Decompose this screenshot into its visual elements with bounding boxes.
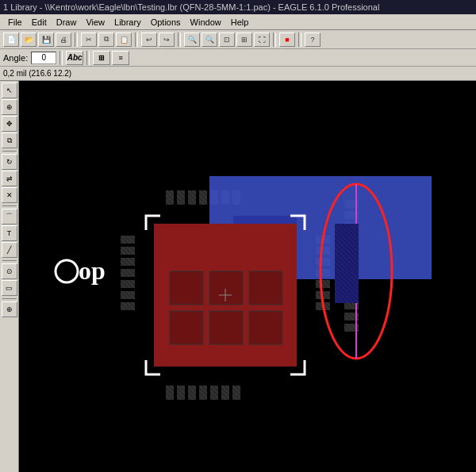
left-toolbar: ↖ ⊕ ✥ ⧉ ↻ ⇌ ✕ ⌒ T ╱ ⊙ ▭ ⊕ <box>0 81 19 472</box>
text-tool[interactable]: T <box>2 225 17 241</box>
arc-tool[interactable]: ⌒ <box>2 209 17 224</box>
menu-draw[interactable]: Draw <box>52 16 82 29</box>
title-bar: 1 Library - \\Kentro\work\Eagle\lbn\Test… <box>0 0 476 14</box>
sep3 <box>178 33 181 47</box>
sep-t2b <box>86 51 90 65</box>
lt-sep4 <box>2 298 17 299</box>
copy-button[interactable]: ⧉ <box>98 33 114 47</box>
lt-sep3 <box>2 260 17 261</box>
status-text: 0,2 mil (216.6 12.2) <box>3 69 71 78</box>
lt-sep2 <box>2 205 17 206</box>
save-button[interactable]: 💾 <box>38 33 54 47</box>
line-tool[interactable]: ╱ <box>2 242 17 258</box>
open-button[interactable]: 📂 <box>21 33 36 47</box>
delete-tool[interactable]: ✕ <box>2 187 17 203</box>
sep1 <box>75 33 78 47</box>
paste-button[interactable]: 📋 <box>116 33 132 47</box>
copy-tool[interactable]: ⧉ <box>2 132 17 148</box>
sep2 <box>135 33 138 47</box>
angle-label: Angle: <box>3 53 28 63</box>
menu-library[interactable]: Library <box>109 16 146 29</box>
pad-tool[interactable]: ⊙ <box>2 263 17 279</box>
cut-button[interactable]: ✂ <box>81 33 97 47</box>
main-area: ↖ ⊕ ✥ ⧉ ↻ ⇌ ✕ ⌒ T ╱ ⊙ ▭ ⊕ <box>0 81 476 472</box>
stop-button[interactable]: ■ <box>279 33 295 47</box>
menu-edit[interactable]: Edit <box>27 16 52 29</box>
smd-tool[interactable]: ▭ <box>2 280 17 296</box>
mirror-button[interactable]: Abc <box>66 51 83 65</box>
rotate-tool[interactable]: ↻ <box>2 154 17 170</box>
undo-button[interactable]: ↩ <box>141 33 157 47</box>
layer-button[interactable]: ≡ <box>112 51 129 65</box>
move-tool[interactable]: ✥ <box>2 116 17 132</box>
pcb-canvas <box>19 81 476 472</box>
origin-tool[interactable]: ⊕ <box>2 301 17 317</box>
zoom-full-button[interactable]: ⛶ <box>254 33 270 47</box>
menu-view[interactable]: View <box>81 16 109 29</box>
toolbar2: Angle: Abc ⊞ ≡ <box>0 49 476 67</box>
title-text: 1 Library - \\Kentro\work\Eagle\lbn\Test… <box>3 2 379 12</box>
print-button[interactable]: 🖨 <box>56 33 71 47</box>
toolbar1: 📄 📂 💾 🖨 ✂ ⧉ 📋 ↩ ↪ 🔍 🔍 ⊡ ⊞ ⛶ ■ ? <box>0 30 476 49</box>
zoom-tool[interactable]: ⊕ <box>2 99 17 115</box>
grid-button[interactable]: ⊞ <box>93 51 110 65</box>
canvas-area[interactable] <box>19 81 476 472</box>
menu-bar: File Edit Draw View Library Options Wind… <box>0 14 476 30</box>
sep5 <box>298 33 301 47</box>
menu-window[interactable]: Window <box>186 16 226 29</box>
zoom-out-button[interactable]: 🔍 <box>202 33 217 47</box>
sep4 <box>273 33 276 47</box>
angle-input[interactable] <box>31 52 56 64</box>
mirror-tool[interactable]: ⇌ <box>2 171 17 186</box>
zoom-sel-button[interactable]: ⊞ <box>236 33 252 47</box>
status-bar: 0,2 mil (216.6 12.2) <box>0 67 476 81</box>
select-tool[interactable]: ↖ <box>2 83 17 98</box>
zoom-in-button[interactable]: 🔍 <box>184 33 200 47</box>
redo-button[interactable]: ↪ <box>159 33 175 47</box>
lt-sep1 <box>2 151 17 152</box>
sep-t2a <box>60 51 63 65</box>
menu-file[interactable]: File <box>3 16 27 29</box>
menu-help[interactable]: Help <box>226 16 254 29</box>
new-button[interactable]: 📄 <box>3 33 19 47</box>
help-button[interactable]: ? <box>305 33 321 47</box>
zoom-fit-button[interactable]: ⊡ <box>219 33 235 47</box>
menu-options[interactable]: Options <box>146 16 186 29</box>
